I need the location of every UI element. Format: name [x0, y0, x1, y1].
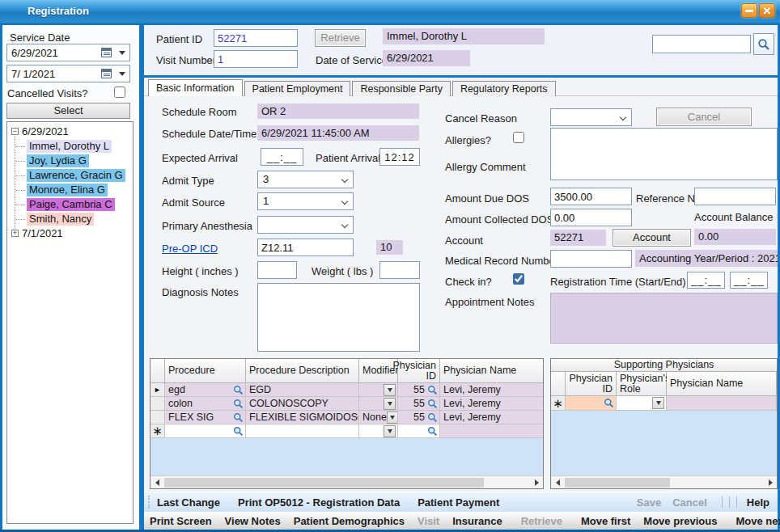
description-cell[interactable]: FLEXIBLE SIGMOIDOSCOPY — [249, 412, 359, 423]
physician-id-cell[interactable]: 55 — [413, 398, 425, 409]
toolbar-grip[interactable] — [148, 496, 150, 509]
dropdown-icon[interactable] — [384, 384, 396, 396]
select-button[interactable]: Select — [6, 103, 130, 119]
dropdown-icon[interactable] — [652, 397, 664, 409]
physician-name-cell[interactable]: Levi, Jeremy — [443, 398, 501, 409]
column-header[interactable]: Physician Name — [667, 372, 777, 396]
search-button[interactable] — [753, 33, 774, 55]
insurance-button[interactable]: Insurance — [452, 515, 502, 527]
dropdown-icon[interactable] — [387, 412, 398, 424]
visit-button[interactable]: Visit — [418, 515, 439, 527]
allergy-comment-textarea[interactable] — [550, 128, 778, 180]
check-in-checkbox[interactable] — [513, 273, 524, 285]
column-header[interactable]: Procedure Description — [246, 359, 359, 383]
tab-responsible-party[interactable]: Responsible Party — [352, 81, 450, 96]
lookup-icon[interactable] — [427, 399, 438, 409]
tree-patient-item[interactable]: Joy, Lydia G — [27, 154, 89, 167]
search-input[interactable] — [652, 35, 751, 53]
patient-arrival-input[interactable] — [379, 148, 420, 166]
column-header[interactable]: Procedure — [165, 359, 246, 383]
diagnosis-notes-textarea[interactable] — [257, 283, 420, 352]
patient-id-input[interactable] — [214, 29, 298, 47]
appointment-notes-textarea[interactable] — [550, 293, 778, 344]
tree-patient-item[interactable]: Smith, Nancy — [27, 213, 94, 226]
column-header[interactable]: Physician Name — [440, 359, 544, 383]
collapse-icon[interactable]: − — [11, 128, 19, 135]
weight-input[interactable] — [379, 261, 420, 279]
tree-patient-item[interactable]: Lawrence, Gracin G — [27, 169, 125, 182]
tree-patient-item[interactable]: Monroe, Elina G — [27, 184, 108, 196]
lookup-icon[interactable] — [427, 385, 438, 395]
physician-id-cell[interactable]: 55 — [413, 412, 425, 423]
allergies-checkbox[interactable] — [513, 132, 524, 143]
scroll-right-icon[interactable] — [530, 476, 543, 489]
retrieve-nav-button[interactable]: Retrieve — [521, 515, 562, 527]
dropdown-icon[interactable] — [384, 425, 396, 437]
minimize-button[interactable] — [741, 3, 757, 18]
service-date-to-picker[interactable]: 7/ 1/2021 — [6, 65, 130, 82]
scroll-left-icon[interactable] — [551, 476, 564, 489]
lookup-icon[interactable] — [233, 399, 244, 409]
dropdown-icon[interactable] — [384, 398, 396, 410]
patient-demographics-button[interactable]: Patient Demographics — [294, 515, 405, 527]
lookup-icon[interactable] — [604, 398, 614, 408]
column-header[interactable]: Physician ID — [398, 359, 440, 383]
print-registration-data-button[interactable]: Print OP5012 - Registration Data — [238, 496, 400, 509]
expected-arrival-input[interactable] — [261, 148, 303, 166]
new-row[interactable]: ∗ — [150, 424, 544, 438]
visit-number-input[interactable] — [214, 50, 298, 68]
scrollbar-thumb[interactable] — [565, 478, 670, 488]
tree-patient-item[interactable]: Paige, Cambria C — [27, 198, 115, 211]
table-row[interactable]: ► egd EGD 55 Levi, Jeremy — [150, 383, 544, 397]
procedure-cell[interactable]: FLEX SIG — [168, 412, 214, 423]
cancelled-visits-checkbox[interactable] — [114, 87, 125, 98]
retrieve-button[interactable]: Retrieve — [315, 29, 366, 47]
physician-name-cell[interactable]: Levi, Jeremy — [443, 412, 501, 423]
preop-icd-input[interactable] — [257, 239, 354, 256]
lookup-icon[interactable] — [427, 412, 438, 423]
move-previous-button[interactable]: Move previous — [643, 515, 717, 527]
help-button[interactable]: Help — [747, 496, 769, 509]
admit-type-select[interactable]: 3 — [257, 171, 354, 188]
modifier-cell[interactable]: None — [362, 412, 387, 423]
description-cell[interactable]: EGD — [249, 384, 271, 395]
procedure-cell[interactable]: egd — [168, 384, 185, 395]
last-change-button[interactable]: Last Change — [157, 496, 220, 509]
procedures-scrollbar[interactable] — [150, 475, 543, 488]
new-row[interactable]: ∗ — [551, 396, 777, 411]
height-input[interactable] — [257, 261, 297, 279]
reference-no-input[interactable] — [694, 188, 776, 205]
account-button[interactable]: Account — [613, 229, 691, 247]
lookup-icon[interactable] — [233, 385, 244, 395]
tab-basic-information[interactable]: Basic Information — [148, 79, 243, 96]
amount-collected-input[interactable] — [550, 209, 632, 226]
supporting-scrollbar[interactable] — [551, 475, 777, 488]
registration-start-input[interactable] — [687, 272, 725, 289]
tree-date-node[interactable]: 6/29/2021 — [22, 125, 69, 137]
amount-due-input[interactable] — [550, 188, 632, 205]
scroll-right-icon[interactable] — [764, 476, 777, 489]
close-button[interactable]: ✕ — [759, 3, 775, 18]
view-notes-button[interactable]: View Notes — [225, 515, 281, 527]
tree-patient-item[interactable]: Immel, Dorothy L — [27, 140, 112, 153]
print-screen-button[interactable]: Print Screen — [150, 515, 212, 527]
lookup-icon[interactable] — [233, 426, 244, 437]
tab-regulatory-reports[interactable]: Regulatory Reports — [452, 81, 556, 96]
table-row[interactable]: colon COLONOSCOPY 55 Levi, Jeremy — [150, 397, 544, 411]
expand-icon[interactable]: + — [11, 230, 19, 237]
primary-anesthesia-select[interactable] — [257, 216, 354, 234]
move-next-button[interactable]: Move next — [735, 515, 780, 527]
physician-name-cell[interactable]: Levi, Jeremy — [443, 384, 501, 395]
service-date-from-picker[interactable]: 6/29/2021 — [6, 44, 130, 61]
column-header[interactable]: Physician ID — [566, 372, 617, 396]
scrollbar-thumb[interactable] — [164, 478, 484, 488]
mrn-input[interactable] — [550, 250, 632, 268]
lookup-icon[interactable] — [427, 426, 438, 437]
cancel-appointment-button[interactable]: Cancel Appointment — [656, 108, 752, 126]
lookup-icon[interactable] — [233, 412, 244, 423]
chevron-down-icon[interactable] — [119, 72, 125, 76]
cancel-button[interactable]: Cancel — [672, 496, 707, 509]
tab-patient-employment[interactable]: Patient Employment — [244, 81, 351, 96]
scroll-left-icon[interactable] — [150, 476, 163, 489]
procedure-cell[interactable]: colon — [168, 398, 193, 409]
